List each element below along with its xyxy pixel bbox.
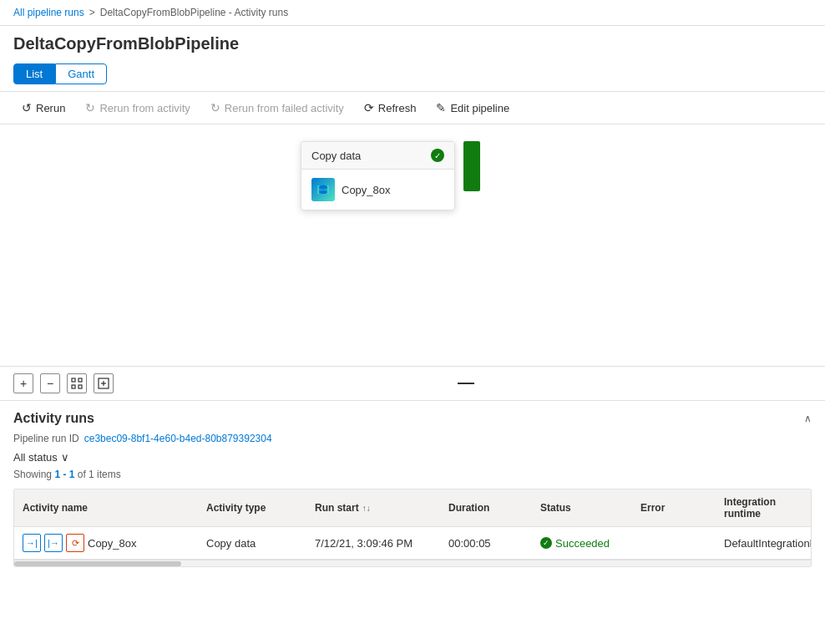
activity-tooltip: Copy data ✓ Copy_8ox: [301, 141, 455, 210]
td-run-start: 7/12/21, 3:09:46 PM: [306, 530, 440, 556]
refresh-label: Refresh: [378, 102, 417, 114]
rerun-label: Rerun: [36, 102, 65, 114]
th-error: Error: [632, 489, 716, 526]
th-duration: Duration: [440, 489, 532, 526]
view-toggle: List Gantt: [0, 60, 825, 91]
td-activity-type: Copy data: [198, 530, 306, 556]
run-id-value: ce3bec09-8bf1-4e60-b4ed-80b879392304: [84, 433, 272, 444]
breadcrumb-current: DeltaCopyFromBlobPipeline - Activity run…: [100, 7, 288, 18]
th-run-start: Run start ↑↓: [306, 489, 440, 526]
fit-icon: [71, 378, 83, 389]
collapse-button[interactable]: ∧: [804, 413, 812, 424]
td-integration-runtime: DefaultIntegrationRuntime (Eas: [716, 530, 811, 556]
td-activity-name: →| |→ ⟳ Copy_8ox: [14, 527, 198, 559]
tooltip-header: Copy data ✓: [301, 142, 454, 170]
svg-point-3: [319, 190, 327, 194]
pipeline-canvas: Copy data ✓ Copy_8ox: [0, 124, 825, 367]
edit-icon: ✎: [436, 101, 446, 114]
scrollbar-thumb[interactable]: [14, 561, 181, 566]
activity-runs-table: Activity name Activity type Run start ↑↓…: [13, 489, 812, 567]
activity-runs-section: Activity runs ∧ Pipeline run ID ce3bec09…: [0, 401, 825, 567]
status-filter[interactable]: All status ∨: [13, 451, 812, 469]
edit-pipeline-label: Edit pipeline: [450, 102, 509, 114]
list-view-button[interactable]: List: [13, 63, 55, 84]
tooltip-body: Copy_8ox: [301, 170, 454, 210]
status-badge: ✓ Succeeded: [540, 537, 610, 550]
svg-rect-4: [72, 378, 75, 382]
svg-rect-5: [78, 378, 82, 382]
refresh-button[interactable]: ⟳ Refresh: [356, 97, 425, 119]
rerun-icon: ↺: [22, 101, 32, 114]
breadcrumb-separator: >: [89, 7, 95, 18]
section-header: Activity runs ∧: [13, 401, 812, 433]
zoom-in-button[interactable]: +: [13, 373, 33, 393]
th-integration-runtime: Integration runtime: [716, 489, 811, 526]
row-input-button[interactable]: →|: [23, 534, 41, 552]
success-indicator: ✓: [431, 149, 444, 162]
success-icon: ✓: [540, 537, 552, 549]
edit-pipeline-button[interactable]: ✎ Edit pipeline: [428, 97, 518, 119]
section-title: Activity runs: [13, 411, 94, 426]
run-id-label: Pipeline run ID: [13, 433, 79, 444]
td-duration: 00:00:05: [440, 530, 532, 556]
table-header: Activity name Activity type Run start ↑↓…: [14, 489, 811, 527]
th-status: Status: [532, 489, 632, 526]
zoom-out-button[interactable]: −: [40, 373, 60, 393]
th-activity-name: Activity name: [14, 489, 198, 526]
td-status: ✓ Succeeded: [532, 530, 632, 556]
breadcrumb-link[interactable]: All pipeline runs: [13, 7, 84, 18]
chevron-down-icon: ∨: [61, 451, 69, 464]
rerun-from-failed-icon: ↻: [210, 101, 220, 114]
activity-node: [463, 141, 480, 191]
rerun-from-activity-label: Rerun from activity: [99, 102, 190, 114]
copy-data-icon: [311, 178, 335, 201]
row-rerun-button[interactable]: ⟳: [66, 534, 84, 552]
expand-icon: [98, 378, 109, 389]
table-scrollbar[interactable]: [14, 560, 811, 566]
svg-rect-7: [78, 385, 82, 388]
tooltip-activity-name: Copy_8ox: [342, 184, 391, 196]
status-filter-label: All status: [13, 451, 58, 464]
td-error: [632, 536, 716, 550]
gantt-view-button[interactable]: Gantt: [55, 63, 107, 84]
rerun-from-activity-button[interactable]: ↻ Rerun from activity: [77, 97, 198, 119]
refresh-icon: ⟳: [364, 101, 374, 114]
tooltip-title: Copy data: [311, 150, 361, 162]
breadcrumb: All pipeline runs > DeltaCopyFromBlobPip…: [0, 0, 825, 26]
table-row: →| |→ ⟳ Copy_8ox Copy data 7/12/21, 3:09…: [14, 527, 811, 560]
showing-count: 1 - 1: [54, 469, 74, 480]
rerun-button[interactable]: ↺ Rerun: [13, 97, 73, 119]
th-activity-type: Activity type: [198, 489, 306, 526]
row-output-button[interactable]: |→: [44, 534, 63, 552]
canvas-separator: [120, 383, 812, 384]
svg-rect-6: [72, 385, 75, 388]
sort-icon: ↑↓: [362, 504, 371, 513]
rerun-from-activity-icon: ↻: [85, 101, 95, 114]
toolbar: ↺ Rerun ↻ Rerun from activity ↻ Rerun fr…: [0, 91, 825, 124]
rerun-from-failed-button[interactable]: ↻ Rerun from failed activity: [202, 97, 352, 119]
canvas-controls: + −: [0, 367, 825, 401]
rerun-from-failed-label: Rerun from failed activity: [225, 102, 344, 114]
showing-text: Showing 1 - 1 of 1 items: [13, 469, 812, 489]
fit-view-button[interactable]: [67, 373, 87, 393]
pipeline-run-id-row: Pipeline run ID ce3bec09-8bf1-4e60-b4ed-…: [13, 433, 812, 451]
expand-button[interactable]: [94, 373, 114, 393]
page-title: DeltaCopyFromBlobPipeline: [0, 26, 825, 60]
activity-name-value: Copy_8ox: [88, 537, 137, 550]
